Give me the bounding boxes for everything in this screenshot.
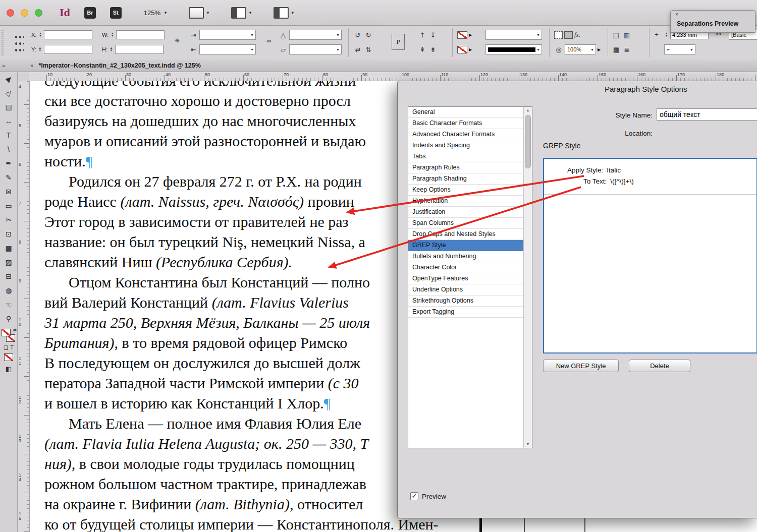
gradient-feather-tool[interactable]: ▨ [0,255,17,269]
style-category-basic-character-formats[interactable]: Basic Character Formats [408,118,524,129]
fullscreen-window-button[interactable] [35,9,42,17]
panel-close-icon[interactable]: × [675,12,678,17]
style-category-hyphenation[interactable]: Hyphenation [408,196,524,207]
offset-stepper[interactable] [664,32,669,37]
delete-button[interactable]: Delete [629,360,690,372]
baseline-down-button[interactable]: ⇟ [428,46,438,53]
style-category-opentype-features[interactable]: OpenType Features [408,273,524,284]
x-stepper[interactable] [38,32,42,37]
style-category-export-tagging[interactable]: Export Tagging [408,307,524,318]
style-category-drop-caps-and-nested-styles[interactable]: Drop Caps and Nested Styles [408,229,524,240]
formatting-affects-container-button[interactable]: ❑ [4,345,8,350]
style-category-tabs[interactable]: Tabs [408,151,524,162]
style-category-paragraph-shading[interactable]: Paragraph Shading [408,173,524,185]
line-tool[interactable]: \ [0,142,17,156]
opacity-menu-arrow-icon[interactable]: ▶ [598,47,601,52]
fill-menu-arrow-icon[interactable]: ▶ [469,33,472,37]
style-category-keep-options[interactable]: Keep Options [408,185,524,196]
vertical-ruler[interactable]: 456789101112131415 [17,81,30,532]
shear-angle-dropdown[interactable] [289,44,342,54]
stock-button[interactable]: St [110,7,122,19]
no-effect-icon[interactable] [554,31,563,39]
width-input[interactable] [116,30,165,39]
horizontal-ruler[interactable]: 1020304050607080901001101201301401501601… [29,72,757,81]
height-input[interactable] [115,45,164,54]
style-category-character-color[interactable]: Character Color [408,262,524,273]
fill-none-swatch[interactable] [457,31,467,39]
add-icon[interactable]: + [652,31,661,38]
height-stepper[interactable] [109,47,114,52]
grep-rule-row[interactable]: Apply Style:Italic To Text:\([^\)]+\) [544,159,756,195]
grep-style-rules-box[interactable]: Apply Style:Italic To Text:\([^\)]+\) [543,158,757,353]
style-category-justification[interactable]: Justification [408,207,524,218]
style-category-paragraph-rules[interactable]: Paragraph Rules [408,162,524,173]
zoom-tool[interactable]: ⚲ [0,312,17,326]
type-tool[interactable]: T [0,128,17,142]
style-category-strikethrough-options[interactable]: Strikethrough Options [408,295,524,307]
tab-close-icon[interactable]: × [30,63,33,69]
pencil-tool[interactable]: ✎ [0,170,17,185]
close-window-button[interactable] [7,9,14,17]
document-tab-title[interactable]: *Imperator–Konstantin_#2_130x205_text.in… [38,62,200,69]
stroke-menu-arrow-icon[interactable]: ▶ [469,47,472,52]
flip-vertical-button[interactable]: ⇅ [364,46,373,53]
ruler-origin-box[interactable] [17,72,30,81]
scale-x-dropdown[interactable] [199,30,256,40]
scissors-tool[interactable]: ✂ [0,213,17,227]
object-effect-icon[interactable] [564,31,573,39]
rotation-angle-dropdown[interactable] [289,30,342,40]
category-list-scrollbar[interactable]: ▲ ▼ [523,107,532,448]
fill-swatch[interactable] [2,329,11,336]
reference-point-proxy[interactable] [13,33,24,52]
y-position-input[interactable] [44,45,92,54]
x-position-input[interactable] [44,30,92,39]
swap-fill-stroke-icon[interactable]: ⇄ [13,328,17,332]
style-category-underline-options[interactable]: Underline Options [408,284,524,295]
baseline-up-button[interactable]: ⇞ [418,46,427,53]
screen-mode-dropdown[interactable] [231,7,252,19]
pen-tool[interactable]: ✒ [0,156,17,170]
gap-tool[interactable]: ↔ [0,114,17,128]
note-tool[interactable]: ⊟ [0,269,17,283]
minimize-window-button[interactable] [21,9,28,17]
text-frame-columns-icon[interactable]: ▤ [612,31,621,39]
width-stepper[interactable] [110,32,115,37]
swatch-dropdown[interactable] [485,30,542,40]
stroke-none-swatch[interactable] [457,46,467,53]
view-options-dropdown[interactable] [189,7,210,19]
style-category-advanced-character-formats[interactable]: Advanced Character Formats [408,129,524,140]
corner-options-dropdown[interactable]: ⌐ [664,44,695,54]
formatting-affects-text-button[interactable]: T [10,345,13,350]
rectangle-tool[interactable]: ▭ [0,199,17,213]
new-grep-style-button[interactable]: New GREP Style [543,360,619,372]
rotate-ccw-button[interactable]: ↺ [353,31,362,39]
gradient-swatch-tool[interactable]: ▦ [0,241,17,255]
text-wrap-icon[interactable]: ▦ [612,46,621,53]
scroll-up-icon[interactable]: ▲ [524,107,532,114]
screen-mode-button[interactable]: ◧ [6,365,12,373]
preview-checkbox[interactable]: ✓ [410,492,418,500]
link-scales-icon[interactable]: ∞ [264,37,274,44]
story-direction-button[interactable]: P [392,34,405,50]
to-text-value[interactable]: \([^\)]+\) [610,178,633,185]
apply-style-value[interactable]: Italic [607,166,621,174]
style-name-input[interactable] [657,108,757,121]
constrain-proportions-icon[interactable]: ✳ [173,37,182,44]
arrange-documents-dropdown[interactable] [274,7,295,19]
separations-preview-title[interactable]: Separations Preview [677,20,738,27]
rotate-cw-button[interactable]: ↻ [364,31,373,39]
apply-none-button[interactable] [4,353,13,361]
style-category-span-columns[interactable]: Span Columns [408,218,524,229]
align-options-icon[interactable]: ≣ [622,46,631,53]
zoom-level-dropdown[interactable]: 125% [144,9,168,17]
fx-label[interactable]: fx. [574,31,580,39]
space-after-button[interactable]: ↧ [428,31,438,39]
y-stepper[interactable] [38,47,42,52]
style-category-grep-style[interactable]: GREP Style [408,240,524,251]
style-category-bullets-and-numbering[interactable]: Bullets and Numbering [408,251,524,262]
style-category-indents-and-spacing[interactable]: Indents and Spacing [408,140,524,151]
panel-grip[interactable] [1,30,4,55]
scale-y-dropdown[interactable] [199,44,256,54]
scroll-down-icon[interactable]: ▼ [524,441,532,448]
style-category-general[interactable]: General [408,107,524,118]
